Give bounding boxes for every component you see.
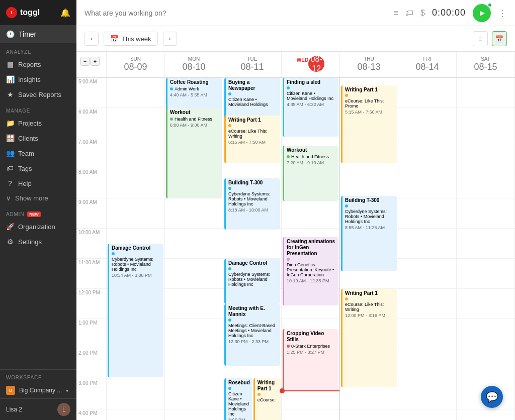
clients-label: Clients — [18, 135, 38, 142]
event-writing-thu-2[interactable]: Writing Part 1 eCourse: Like This: Writi… — [341, 289, 397, 387]
event-finding-sled[interactable]: Finding a sled Citizen Kane • Movieland … — [283, 78, 338, 137]
time-slot: 2:00 PM — [76, 349, 106, 379]
topbar: ≡ 🏷 $ 0:00:00 ⋮ — [76, 0, 515, 26]
event-meeting-mannix[interactable]: Meeting with E. Mannix Meetings: Client-… — [224, 304, 280, 366]
event-building-t300-tue[interactable]: Building T-300 Cyberdyne Systems: Robots… — [224, 178, 280, 230]
projects-icon: 📁 — [6, 119, 14, 127]
organization-label: Organization — [18, 223, 55, 231]
help-label: Help — [18, 180, 32, 187]
next-week-button[interactable]: › — [163, 32, 177, 46]
topbar-icons: ≡ 🏷 $ 0:00:00 ⋮ — [394, 4, 507, 22]
play-notification — [487, 3, 492, 8]
event-damage-control-tue[interactable]: Damage Control Cyberdyne Systems: Robots… — [224, 259, 280, 304]
toolbar-view-buttons: ≡ 📅 — [473, 31, 507, 46]
event-workout-wed[interactable]: Workout Health and Fitness 7:20 AM - 9:1… — [283, 146, 338, 201]
toggl-logo-icon: t — [6, 7, 17, 18]
time-slot: 3:00 PM — [76, 379, 106, 409]
clock-icon: 🕐 — [6, 30, 15, 38]
event-workout-mon[interactable]: Workout Health and Fitness 6:00 AM - 9:0… — [166, 108, 222, 198]
time-slot: 5:00 AM — [76, 78, 106, 108]
time-slot: 11:00 AM — [76, 259, 106, 289]
organization-icon: 🚀 — [6, 223, 14, 231]
day-header-mon: MON08-10 — [165, 52, 223, 77]
timer-nav-item[interactable]: 🕐 Timer — [0, 25, 76, 43]
saved-reports-label: Saved Reports — [18, 91, 61, 98]
event-writing-tue[interactable]: Writing Part 1 eCourse: Like This: Writi… — [224, 116, 280, 163]
reports-label: Reports — [18, 61, 41, 68]
week-label: This week — [122, 35, 151, 43]
day-header-sun: SUN08-09 — [107, 52, 165, 77]
insights-icon: 📊 — [6, 75, 14, 83]
timer-display: 0:00:00 — [432, 8, 466, 18]
time-slot: 7:00 AM — [76, 138, 106, 168]
day-header-wed: WED08-12 — [282, 52, 340, 77]
zoom-out-button[interactable]: − — [80, 57, 90, 66]
time-slot: 8:00 AM — [76, 168, 106, 198]
sidebar-item-tags[interactable]: 🏷 Tags — [0, 161, 76, 176]
day-col-fri — [398, 78, 457, 420]
sidebar-item-organization[interactable]: 🚀 Organization — [0, 219, 76, 234]
show-more-label: Show more — [15, 194, 48, 202]
tag-icon[interactable]: 🏷 — [405, 9, 413, 18]
sidebar-item-projects[interactable]: 📁 Projects — [0, 116, 76, 131]
this-week-button[interactable]: 📅 This week — [104, 32, 158, 46]
sidebar: t toggl 🔔 🕐 Timer ANALYZE ▤ Reports 📊 In… — [0, 0, 76, 420]
analyze-section-label: ANALYZE — [0, 43, 76, 57]
day-col-thu: Writing Part 1 eCourse: Like This: Promo… — [340, 78, 398, 420]
logo-text: toggl — [20, 8, 40, 17]
calendar-body: 5:00 AM 6:00 AM 7:00 AM 8:00 AM 9:00 AM … — [76, 78, 515, 420]
event-writing-thu[interactable]: Writing Part 1 eCourse: Like This: Promo… — [341, 85, 397, 163]
event-building-t300-thu[interactable]: Building T-300 Cyberdyne Systems: Robots… — [341, 196, 397, 271]
chat-bubble-button[interactable]: 💬 — [481, 386, 503, 408]
chat-icon: 💬 — [486, 391, 498, 403]
day-col-sat — [457, 78, 515, 420]
zoom-in-button[interactable]: + — [91, 57, 100, 66]
sidebar-header: t toggl 🔔 — [0, 0, 76, 25]
workspace-section: WORKSPACE B Big Company ... ▾ — [0, 369, 76, 398]
sidebar-item-settings[interactable]: ⚙ Settings — [0, 234, 76, 249]
user-bar[interactable]: Lisa 2 L — [0, 398, 76, 420]
menu-icon[interactable]: ⋮ — [498, 8, 507, 19]
sidebar-item-help[interactable]: ? Help — [0, 176, 76, 191]
event-writing-tue-2[interactable]: Writing Part 1 eCourse: — [253, 378, 281, 420]
sidebar-item-team[interactable]: 👥 Team — [0, 146, 76, 161]
current-time-indicator — [282, 390, 339, 391]
workspace-label: WORKSPACE — [0, 370, 76, 382]
day-header-tue: TUE08-11 — [223, 52, 282, 77]
time-slot: 1:00 PM — [76, 319, 106, 349]
dollar-icon[interactable]: $ — [420, 9, 425, 18]
time-slot: 10:00 AM — [76, 229, 106, 259]
calendar-view-button[interactable]: 📅 — [492, 31, 507, 46]
list-view-button[interactable]: ≡ — [473, 31, 488, 46]
workspace-chevron-icon: ▾ — [66, 388, 68, 393]
show-more-button[interactable]: ∨ Show more — [0, 191, 76, 205]
sidebar-item-insights[interactable]: 📊 Insights — [0, 72, 76, 87]
sidebar-logo[interactable]: t toggl — [6, 7, 40, 18]
workspace-name: Big Company ... — [19, 387, 62, 394]
day-col-mon: Coffee Roasting Admin Work 4:40 AM - 5:5… — [165, 78, 223, 420]
time-entry-input[interactable] — [84, 9, 388, 17]
workspace-item[interactable]: B Big Company ... ▾ — [0, 382, 76, 398]
help-icon: ? — [6, 179, 14, 187]
play-button[interactable] — [473, 4, 491, 22]
event-cropping-video[interactable]: Cropping Video Stills 0-Stark Enterprise… — [283, 329, 338, 390]
tags-label: Tags — [18, 165, 32, 172]
new-badge: NEW — [27, 212, 41, 217]
prev-week-button[interactable]: ‹ — [84, 32, 99, 46]
bell-icon[interactable]: 🔔 — [60, 8, 70, 18]
sidebar-item-clients[interactable]: 🪟 Clients — [0, 131, 76, 146]
day-col-sun: Damage Control Cyberdyne Systems: Robots… — [107, 78, 165, 420]
settings-icon: ⚙ — [6, 238, 14, 246]
event-damage-control-sun[interactable]: Damage Control Cyberdyne Systems: Robots… — [108, 244, 163, 377]
team-label: Team — [18, 150, 34, 157]
event-rosebud[interactable]: Rosebud Citizen Kane • Movieland Holding… — [224, 378, 252, 420]
event-creating-animations[interactable]: Creating animations for InGen Presentati… — [283, 237, 338, 305]
sidebar-item-saved-reports[interactable]: ★ Saved Reports — [0, 87, 76, 102]
list-icon[interactable]: ≡ — [394, 9, 398, 18]
time-slot: 12:00 PM — [76, 289, 106, 319]
day-header-thu: THU08-13 — [340, 52, 398, 77]
calendar-toolbar: ‹ 📅 This week › ≡ 📅 — [76, 26, 515, 52]
projects-label: Projects — [18, 120, 42, 127]
sidebar-item-reports[interactable]: ▤ Reports — [0, 57, 76, 72]
workspace-avatar: B — [6, 386, 15, 395]
